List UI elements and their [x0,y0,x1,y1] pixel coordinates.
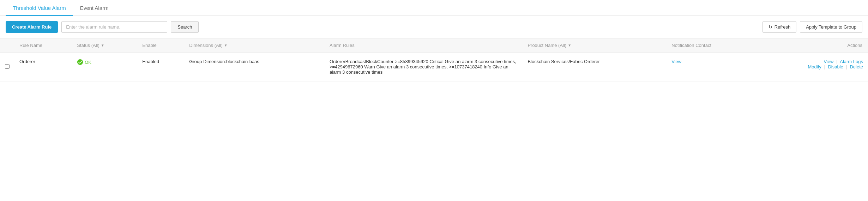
alarm-rules-table: Rule Name Status (All) ▼ Enable Dimensio… [0,38,868,81]
sep2: | [824,64,825,69]
col-actions: Actions [754,38,868,53]
notification-cell: View [667,53,754,81]
col-product-name[interactable]: Product Name (All) ▼ [523,38,667,53]
table-row: Orderer OK Enabled Group Dimension:b [0,53,868,81]
row-checkbox-cell [0,53,14,81]
col-notification: Notification Contact [667,38,754,53]
tabs-bar: Threshold Value Alarm Event Alarm [0,0,868,16]
col-dimensions[interactable]: Dimensions (All) ▼ [184,38,325,53]
alarm-rules-cell: OrdererBroadcastBlockCounter >=858993459… [325,53,523,81]
svg-point-0 [77,59,83,65]
search-button[interactable]: Search [171,21,199,33]
col-alarm-rules: Alarm Rules [325,38,523,53]
dimensions-filter-caret: ▼ [224,43,228,47]
tab-event[interactable]: Event Alarm [73,0,116,16]
product-name-cell: Blockchain Services/Fabric Orderer [523,53,667,81]
toolbar: Create Alarm Rule Search ↻ Refresh Apply… [0,16,868,38]
sep3: | [846,64,847,69]
enable-cell: Enabled [137,53,184,81]
status-cell: OK [72,53,137,81]
dimensions-cell: Group Dimension:blockchain-baas [184,53,325,81]
select-all-col [0,38,14,53]
actions-cell: View | Alarm Logs Modify | Disable | Del… [754,53,868,81]
col-rule-name: Rule Name [14,38,72,53]
notification-view-link[interactable]: View [671,59,681,64]
refresh-button[interactable]: ↻ Refresh [762,21,797,33]
disable-action-link[interactable]: Disable [828,64,843,69]
refresh-icon: ↻ [768,24,772,30]
sep1: | [836,59,837,64]
modify-action-link[interactable]: Modify [808,64,821,69]
tab-threshold[interactable]: Threshold Value Alarm [6,0,73,16]
view-action-link[interactable]: View [824,59,833,64]
col-enable: Enable [137,38,184,53]
search-input[interactable] [61,21,167,33]
alarm-logs-action-link[interactable]: Alarm Logs [840,59,863,64]
apply-template-button[interactable]: Apply Template to Group [800,21,862,33]
product-filter-caret: ▼ [568,43,571,47]
table-header-row: Rule Name Status (All) ▼ Enable Dimensio… [0,38,868,53]
status-filter-caret: ▼ [101,43,104,47]
create-alarm-rule-button[interactable]: Create Alarm Rule [6,21,58,33]
rule-name-cell: Orderer [14,53,72,81]
ok-status-icon [77,59,83,65]
row-checkbox[interactable] [5,64,10,69]
delete-action-link[interactable]: Delete [850,64,863,69]
col-status[interactable]: Status (All) ▼ [72,38,137,53]
